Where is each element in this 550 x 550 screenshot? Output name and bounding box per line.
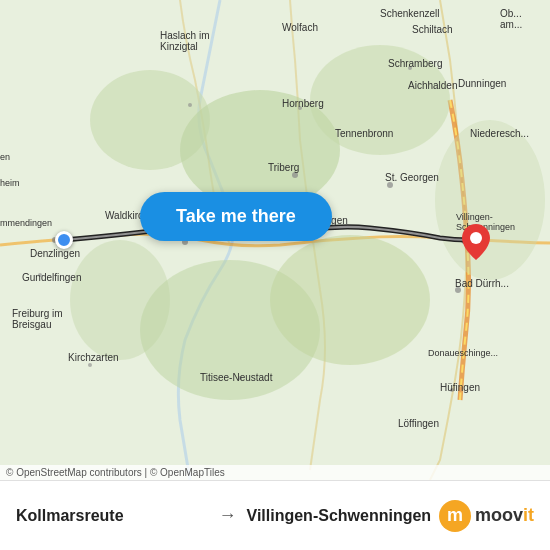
svg-point-21 (450, 388, 454, 392)
moovit-icon: m (439, 500, 471, 532)
svg-point-18 (88, 363, 92, 367)
svg-point-16 (408, 66, 412, 70)
svg-point-19 (238, 376, 242, 380)
from-city-label: Kollmarsreute (16, 507, 209, 525)
svg-point-10 (292, 172, 298, 178)
take-me-there-button[interactable]: Take me there (140, 192, 332, 241)
svg-point-14 (188, 103, 192, 107)
svg-point-3 (310, 45, 450, 155)
map-container: Haslach imKinzigtal Wolfach Schenkenzell… (0, 0, 550, 480)
bottom-bar: Kollmarsreute → Villingen-Schwenningen m… (0, 480, 550, 550)
direction-arrow-icon: → (219, 505, 237, 526)
svg-point-22 (470, 232, 482, 244)
svg-point-7 (435, 120, 545, 280)
map-attribution: © OpenStreetMap contributors | © OpenMap… (0, 465, 550, 480)
svg-point-6 (270, 235, 430, 365)
svg-point-15 (298, 106, 302, 110)
svg-point-17 (38, 273, 42, 277)
origin-marker (55, 231, 73, 249)
moovit-text: moovit (475, 505, 534, 526)
destination-marker (462, 224, 490, 264)
svg-point-13 (387, 182, 393, 188)
moovit-logo: m moovit (439, 500, 534, 532)
svg-point-20 (455, 287, 461, 293)
to-city-label: Villingen-Schwenningen (247, 507, 440, 525)
